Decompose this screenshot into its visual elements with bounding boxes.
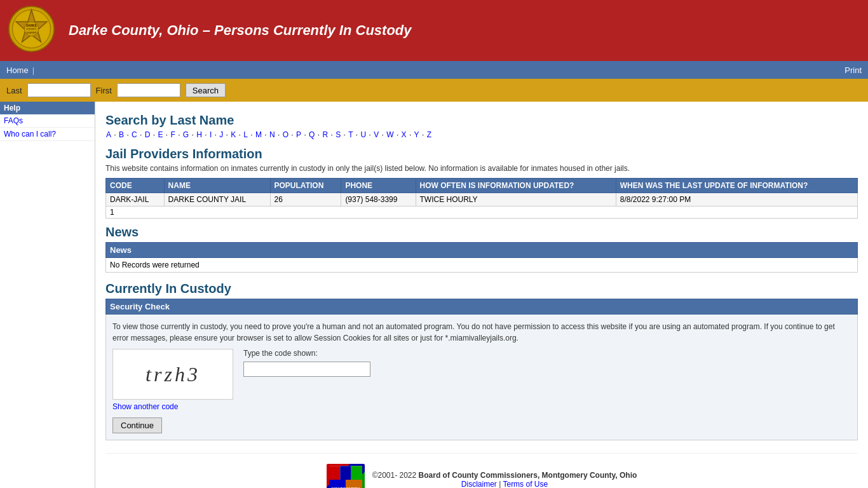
montgomery-logo: MONTGOMERY bbox=[327, 464, 365, 488]
table-column-header: NAME bbox=[164, 179, 270, 193]
continue-button[interactable]: Continue bbox=[112, 417, 162, 433]
captcha-area: trzh3 Type the code shown: bbox=[112, 349, 851, 400]
navbar: Home | Print bbox=[0, 61, 868, 79]
layout: Help FAQs Who can I call? Search by Last… bbox=[0, 102, 868, 488]
svg-text:COUNTY: COUNTY bbox=[27, 28, 37, 30]
security-check-text: To view those currently in custody, you … bbox=[112, 321, 851, 344]
footer-links-row: Disclaimer | Terms of Use bbox=[372, 480, 637, 488]
alpha-link-v[interactable]: V bbox=[374, 130, 379, 139]
alpha-link-l[interactable]: L bbox=[243, 130, 248, 139]
svg-text:DARKE: DARKE bbox=[26, 24, 37, 27]
alpha-link-g[interactable]: G bbox=[183, 130, 189, 139]
sidebar-item-faqs[interactable]: FAQs bbox=[0, 114, 95, 128]
alpha-link-q[interactable]: Q bbox=[309, 130, 315, 139]
svg-rect-8 bbox=[329, 466, 340, 480]
news-heading: News bbox=[105, 225, 858, 240]
svg-rect-9 bbox=[340, 466, 351, 480]
table-footer-cell: 1 bbox=[106, 207, 858, 219]
table-column-header: PHONE bbox=[341, 179, 416, 193]
first-label: First bbox=[96, 86, 112, 95]
jail-providers-table: CODENAMEPOPULATIONPHONEHOW OFTEN IS INFO… bbox=[105, 178, 858, 219]
nav-divider: | bbox=[32, 65, 34, 75]
table-column-header: POPULATION bbox=[270, 179, 341, 193]
jail-providers-heading: Jail Providers Information bbox=[105, 147, 858, 161]
news-table-heading: News bbox=[105, 242, 858, 258]
footer-disclaimer-link[interactable]: Disclaimer bbox=[461, 480, 497, 488]
alpha-link-u[interactable]: U bbox=[361, 130, 367, 139]
last-label: Last bbox=[6, 86, 22, 95]
alpha-link-w[interactable]: W bbox=[386, 130, 393, 139]
search-section-heading: Search by Last Name bbox=[105, 113, 858, 128]
main-content: Search by Last Name A · B · C · D · E · … bbox=[95, 102, 868, 488]
security-check-body: To view those currently in custody, you … bbox=[105, 315, 858, 440]
alpha-link-m[interactable]: M bbox=[255, 130, 262, 139]
sidebar-item-whocall[interactable]: Who can I call? bbox=[0, 128, 95, 141]
news-body: No Records were returned bbox=[105, 258, 858, 273]
searchbar: Last First Search bbox=[0, 79, 868, 102]
nav-print-link[interactable]: Print bbox=[844, 65, 862, 75]
table-column-header: CODE bbox=[106, 179, 165, 193]
table-column-header: HOW OFTEN IS INFORMATION UPDATED? bbox=[416, 179, 616, 193]
page-title: Darke County, Ohio – Persons Currently I… bbox=[69, 22, 412, 39]
captcha-input[interactable] bbox=[243, 362, 370, 377]
alpha-link-h[interactable]: H bbox=[196, 130, 202, 139]
first-name-input[interactable] bbox=[117, 83, 180, 97]
last-name-input[interactable] bbox=[27, 83, 91, 97]
type-code-label: Type the code shown: bbox=[243, 349, 370, 358]
news-section: News News No Records were returned bbox=[105, 225, 858, 273]
custody-section: Currently In Custody Security Check To v… bbox=[105, 281, 858, 440]
alpha-link-j[interactable]: J bbox=[219, 130, 223, 139]
nav-home-link[interactable]: Home bbox=[6, 65, 29, 75]
alpha-link-c[interactable]: C bbox=[132, 130, 137, 139]
alpha-link-a[interactable]: A bbox=[106, 130, 111, 139]
captcha-image: trzh3 bbox=[112, 349, 233, 400]
alpha-links: A · B · C · D · E · F · G · H · I · J · … bbox=[105, 130, 858, 139]
alpha-link-b[interactable]: B bbox=[119, 130, 124, 139]
table-body: DARK-JAILDARKE COUNTY JAIL26(937) 548-33… bbox=[106, 193, 858, 207]
footer-terms-link[interactable]: Terms of Use bbox=[503, 480, 548, 488]
alpha-link-k[interactable]: K bbox=[231, 130, 236, 139]
svg-text:SHERIFF: SHERIFF bbox=[26, 32, 37, 34]
footer: MONTGOMERY ©2001- 2022 Board of County C… bbox=[105, 453, 858, 488]
alpha-link-t[interactable]: T bbox=[348, 130, 353, 139]
table-cell: DARK-JAIL bbox=[106, 193, 165, 207]
alpha-link-i[interactable]: I bbox=[210, 130, 212, 139]
alpha-link-e[interactable]: E bbox=[158, 130, 163, 139]
svg-rect-10 bbox=[351, 466, 362, 480]
alpha-link-f[interactable]: F bbox=[170, 130, 175, 139]
search-button[interactable]: Search bbox=[186, 83, 226, 97]
table-cell: 8/8/2022 9:27:00 PM bbox=[616, 193, 857, 207]
table-column-header: WHEN WAS THE LAST UPDATE OF INFORMATION? bbox=[616, 179, 857, 193]
alpha-link-o[interactable]: O bbox=[283, 130, 288, 139]
table-cell: TWICE HOURLY bbox=[416, 193, 616, 207]
footer-copyright-year: ©2001- 2022 bbox=[372, 471, 417, 480]
table-row: DARK-JAILDARKE COUNTY JAIL26(937) 548-33… bbox=[106, 193, 858, 207]
show-another-code-link[interactable]: Show another code bbox=[112, 402, 178, 411]
footer-copyright: ©2001- 2022 Board of County Commissioner… bbox=[372, 471, 637, 480]
table-header-row: CODENAMEPOPULATIONPHONEHOW OFTEN IS INFO… bbox=[106, 179, 858, 193]
alpha-link-n[interactable]: N bbox=[269, 130, 275, 139]
table-cell: (937) 548-3399 bbox=[341, 193, 416, 207]
alpha-link-r[interactable]: R bbox=[322, 130, 328, 139]
alpha-link-d[interactable]: D bbox=[145, 130, 151, 139]
custody-heading: Currently In Custody bbox=[105, 281, 858, 296]
footer-pipe: | bbox=[499, 480, 501, 488]
alpha-link-p[interactable]: P bbox=[296, 130, 301, 139]
alpha-link-x[interactable]: X bbox=[402, 130, 407, 139]
alpha-link-y[interactable]: Y bbox=[414, 130, 419, 139]
table-footer-row: 1 bbox=[106, 207, 858, 219]
footer-logo: MONTGOMERY ©2001- 2022 Board of County C… bbox=[116, 464, 848, 488]
alpha-link-s[interactable]: S bbox=[336, 130, 341, 139]
alpha-link-z[interactable]: Z bbox=[427, 130, 431, 139]
jail-providers-description: This website contains information on inm… bbox=[105, 164, 858, 173]
footer-text-block: ©2001- 2022 Board of County Commissioner… bbox=[372, 471, 637, 488]
header: DARKE COUNTY SHERIFF Darke County, Ohio … bbox=[0, 0, 868, 61]
security-check-heading: Security Check bbox=[105, 299, 858, 315]
sidebar: Help FAQs Who can I call? bbox=[0, 102, 95, 488]
footer-org: Board of County Commissioners, Montgomer… bbox=[419, 471, 637, 480]
table-cell: 26 bbox=[270, 193, 341, 207]
table-cell: DARKE COUNTY JAIL bbox=[164, 193, 270, 207]
captcha-right: Type the code shown: bbox=[243, 349, 370, 377]
sheriff-badge-logo: DARKE COUNTY SHERIFF bbox=[8, 5, 58, 56]
sidebar-help-heading: Help bbox=[0, 102, 95, 114]
